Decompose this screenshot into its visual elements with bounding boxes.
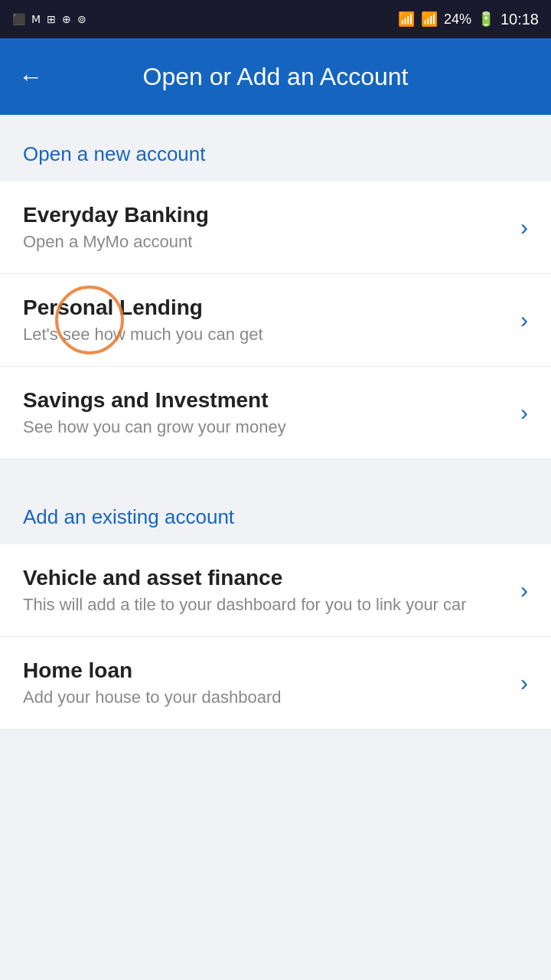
back-button[interactable]: ← [18,64,43,89]
notification-icons: ⬛ 𝖬 ⊞ ⊕ ⊚ [12,13,88,25]
menu-item-home-loan-text: Home loan Add your house to your dashboa… [23,658,508,707]
vehicle-asset-finance-chevron: › [520,577,528,603]
personal-lending-chevron: › [520,307,528,333]
content-area: Open a new account Everyday Banking Open… [0,115,551,730]
vehicle-asset-finance-title: Vehicle and asset finance [23,566,508,590]
status-bar: ⬛ 𝖬 ⊞ ⊕ ⊚ 📶 📶 24% 🔋 10:18 [0,0,551,38]
time-label: 10:18 [500,11,539,28]
section-header-add-existing: Add an existing account [0,478,551,544]
home-loan-title: Home loan [23,658,508,683]
home-loan-chevron: › [520,670,528,696]
menu-item-personal-lending-text: Personal Lending Let's see how much you … [23,296,508,345]
savings-investment-subtitle: See how you can grow your money [23,417,508,437]
home-loan-subtitle: Add your house to your dashboard [23,688,508,707]
menu-item-everyday-banking-text: Everyday Banking Open a MyMo account [23,203,508,252]
section-divider [0,459,551,478]
everyday-banking-subtitle: Open a MyMo account [23,232,508,252]
menu-item-home-loan[interactable]: Home loan Add your house to your dashboa… [0,637,551,730]
battery-label: 24% [444,11,471,28]
everyday-banking-title: Everyday Banking [23,203,508,227]
savings-investment-title: Savings and Investment [23,388,508,413]
app-bar: ← Open or Add an Account [0,38,551,115]
menu-item-vehicle-asset-finance-text: Vehicle and asset finance This will add … [23,566,508,615]
personal-lending-title: Personal Lending [23,296,508,320]
menu-item-savings-investment-text: Savings and Investment See how you can g… [23,388,508,437]
battery-icon: 🔋 [478,11,494,28]
personal-lending-subtitle: Let's see how much you can get [23,325,508,345]
status-bar-right: 📶 📶 24% 🔋 10:18 [398,11,539,28]
menu-item-personal-lending[interactable]: Personal Lending Let's see how much you … [0,274,551,367]
section-header-open-new: Open a new account [0,115,551,181]
signal-icon: 📶 [421,11,438,28]
savings-investment-chevron: › [520,400,528,426]
menu-item-savings-investment[interactable]: Savings and Investment See how you can g… [0,367,551,459]
page-title: Open or Add an Account [61,63,490,91]
wifi-icon: 📶 [398,11,415,28]
menu-item-vehicle-asset-finance[interactable]: Vehicle and asset finance This will add … [0,544,551,637]
menu-item-everyday-banking[interactable]: Everyday Banking Open a MyMo account › [0,181,551,274]
everyday-banking-chevron: › [520,214,528,240]
vehicle-asset-finance-subtitle: This will add a tile to your dashboard f… [23,595,508,615]
status-bar-left: ⬛ 𝖬 ⊞ ⊕ ⊚ [12,13,88,25]
